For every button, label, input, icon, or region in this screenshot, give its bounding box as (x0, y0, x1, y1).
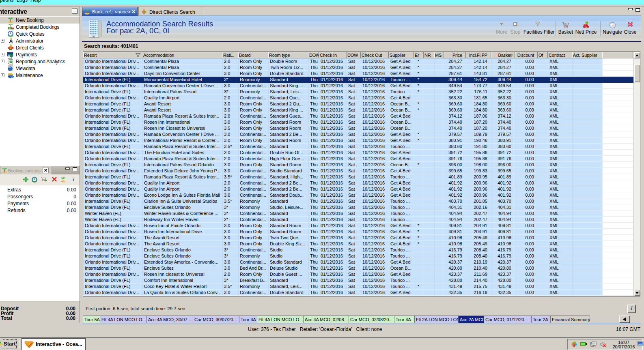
svg-text:i: i (73, 176, 74, 182)
svg-text:$: $ (10, 53, 13, 58)
